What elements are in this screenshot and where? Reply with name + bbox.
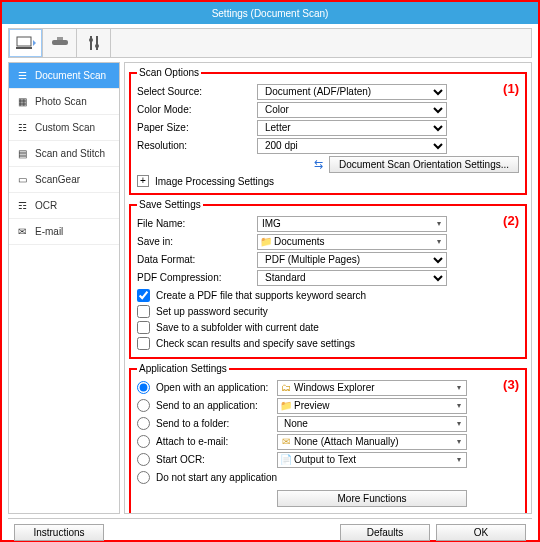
open-app-radio[interactable]	[137, 381, 150, 394]
sidebar-item-ocr[interactable]: ☶ OCR	[9, 193, 119, 219]
swap-arrows-icon[interactable]: ⇆	[314, 158, 323, 171]
toolbar-scanner-icon[interactable]	[43, 29, 77, 57]
sidebar-item-photo-scan[interactable]: ▦ Photo Scan	[9, 89, 119, 115]
preview-icon: 📁	[280, 400, 292, 411]
ok-button[interactable]: OK	[436, 524, 526, 541]
toolbar-preferences-icon[interactable]	[77, 29, 111, 57]
no-app-radio[interactable]	[137, 471, 150, 484]
check-results-label: Check scan results and specify save sett…	[156, 338, 355, 349]
text-icon: 📄	[280, 454, 292, 465]
sidebar-item-email[interactable]: ✉ E-mail	[9, 219, 119, 245]
explorer-icon: 🗂	[280, 382, 292, 393]
folder-icon: 📁	[260, 236, 272, 247]
open-app-label: Open with an application:	[156, 382, 268, 393]
send-folder-combo[interactable]: None ▾	[277, 416, 467, 432]
select-source-dropdown[interactable]: Document (ADF/Platen)	[257, 84, 447, 100]
svg-point-7	[95, 44, 99, 48]
save-in-combo[interactable]: 📁 Documents ▾	[257, 234, 447, 250]
sidebar-item-label: Photo Scan	[35, 96, 87, 107]
sidebar-item-label: Document Scan	[35, 70, 106, 81]
instructions-button[interactable]: Instructions	[14, 524, 104, 541]
image-processing-label: Image Processing Settings	[155, 176, 274, 187]
send-app-label: Send to an application:	[156, 400, 258, 411]
attach-email-label: Attach to e-mail:	[156, 436, 228, 447]
start-ocr-radio[interactable]	[137, 453, 150, 466]
sidebar-item-label: ScanGear	[35, 174, 80, 185]
keyword-search-checkbox[interactable]	[137, 289, 150, 302]
window-title: Settings (Document Scan)	[212, 8, 329, 19]
scanner-icon: ▭	[15, 174, 29, 185]
resolution-label: Resolution:	[137, 140, 257, 151]
start-ocr-combo[interactable]: 📄 Output to Text ▾	[277, 452, 467, 468]
no-app-label: Do not start any application	[156, 472, 277, 483]
sidebar-item-scan-stitch[interactable]: ▤ Scan and Stitch	[9, 141, 119, 167]
save-in-label: Save in:	[137, 236, 257, 247]
application-settings-legend: Application Settings	[137, 363, 229, 374]
password-security-checkbox[interactable]	[137, 305, 150, 318]
defaults-button[interactable]: Defaults	[340, 524, 430, 541]
document-icon: ☰	[15, 70, 29, 81]
titlebar: Settings (Document Scan)	[2, 2, 538, 24]
annotation-2: (2)	[503, 213, 519, 228]
sidebar-item-custom-scan[interactable]: ☷ Custom Scan	[9, 115, 119, 141]
expand-image-processing[interactable]: +	[137, 175, 149, 187]
resolution-dropdown[interactable]: 200 dpi	[257, 138, 447, 154]
sidebar-item-document-scan[interactable]: ☰ Document Scan	[9, 63, 119, 89]
mail-icon: ✉	[280, 436, 292, 447]
custom-icon: ☷	[15, 122, 29, 133]
svg-rect-0	[17, 37, 31, 46]
send-folder-label: Send to a folder:	[156, 418, 229, 429]
attach-email-radio[interactable]	[137, 435, 150, 448]
data-format-label: Data Format:	[137, 254, 257, 265]
check-results-checkbox[interactable]	[137, 337, 150, 350]
main-panel: Scan Options (1) Select Source: Document…	[124, 62, 532, 514]
top-toolbar	[8, 28, 532, 58]
orientation-settings-button[interactable]: Document Scan Orientation Settings...	[329, 156, 519, 173]
svg-rect-2	[52, 40, 68, 45]
attach-email-combo[interactable]: ✉ None (Attach Manually) ▾	[277, 434, 467, 450]
chevron-down-icon: ▾	[452, 383, 466, 392]
stitch-icon: ▤	[15, 148, 29, 159]
settings-window: Settings (Document Scan) ☰ Document Scan…	[0, 0, 540, 542]
annotation-1: (1)	[503, 81, 519, 96]
sidebar: ☰ Document Scan ▦ Photo Scan ☷ Custom Sc…	[8, 62, 120, 514]
ocr-icon: ☶	[15, 200, 29, 211]
color-mode-dropdown[interactable]: Color	[257, 102, 447, 118]
pdf-compression-label: PDF Compression:	[137, 272, 257, 283]
subfolder-date-label: Save to a subfolder with current date	[156, 322, 319, 333]
file-name-combo[interactable]: IMG ▾	[257, 216, 447, 232]
sidebar-item-label: E-mail	[35, 226, 63, 237]
save-settings-legend: Save Settings	[137, 199, 203, 210]
subfolder-date-checkbox[interactable]	[137, 321, 150, 334]
paper-size-dropdown[interactable]: Letter	[257, 120, 447, 136]
start-ocr-label: Start OCR:	[156, 454, 205, 465]
chevron-down-icon: ▾	[452, 437, 466, 446]
photo-icon: ▦	[15, 96, 29, 107]
chevron-down-icon: ▾	[452, 401, 466, 410]
password-security-label: Set up password security	[156, 306, 268, 317]
paper-size-label: Paper Size:	[137, 122, 257, 133]
chevron-down-icon: ▾	[452, 419, 466, 428]
email-icon: ✉	[15, 226, 29, 237]
sidebar-item-label: Custom Scan	[35, 122, 95, 133]
keyword-search-label: Create a PDF file that supports keyword …	[156, 290, 366, 301]
open-app-combo[interactable]: 🗂 Windows Explorer ▾	[277, 380, 467, 396]
scan-options-group: Scan Options (1) Select Source: Document…	[129, 67, 527, 195]
pdf-compression-dropdown[interactable]: Standard	[257, 270, 447, 286]
scan-options-legend: Scan Options	[137, 67, 201, 78]
more-functions-button[interactable]: More Functions	[277, 490, 467, 507]
send-app-radio[interactable]	[137, 399, 150, 412]
send-app-combo[interactable]: 📁 Preview ▾	[277, 398, 467, 414]
sidebar-item-label: Scan and Stitch	[35, 148, 105, 159]
chevron-down-icon: ▾	[432, 219, 446, 228]
sidebar-item-label: OCR	[35, 200, 57, 211]
toolbar-scan-from-computer-icon[interactable]	[9, 29, 43, 57]
sidebar-item-scangear[interactable]: ▭ ScanGear	[9, 167, 119, 193]
svg-point-5	[89, 38, 93, 42]
select-source-label: Select Source:	[137, 86, 257, 97]
send-folder-radio[interactable]	[137, 417, 150, 430]
data-format-dropdown[interactable]: PDF (Multiple Pages)	[257, 252, 447, 268]
save-settings-group: Save Settings (2) File Name: IMG ▾ Save …	[129, 199, 527, 359]
annotation-3: (3)	[503, 377, 519, 392]
chevron-down-icon: ▾	[452, 455, 466, 464]
